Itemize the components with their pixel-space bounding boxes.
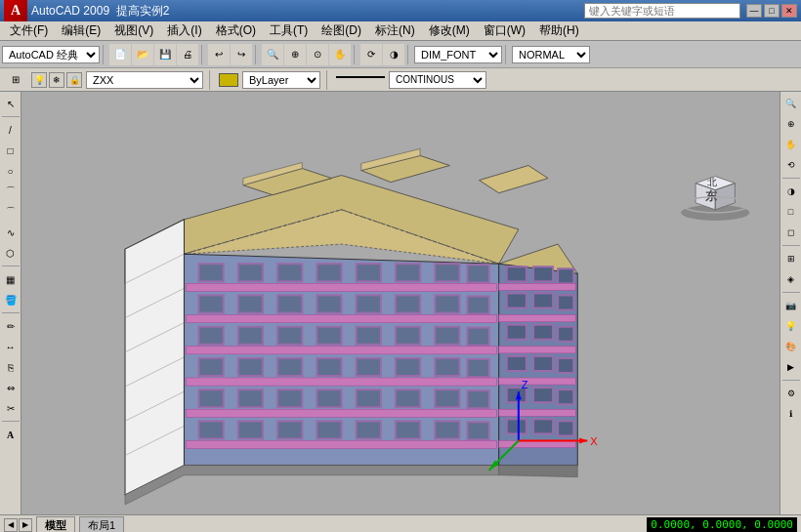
linetype-preview (336, 76, 385, 88)
svg-rect-89 (558, 358, 573, 373)
osnap-rt[interactable]: ◈ (781, 269, 801, 289)
svg-rect-67 (277, 421, 302, 438)
scroll-right-button[interactable]: ▶ (19, 518, 32, 532)
undo-button[interactable]: ↩ (208, 44, 230, 65)
mirror-tool[interactable]: ⇔ (1, 378, 21, 397)
material-rt[interactable]: 🎨 (781, 337, 801, 356)
dim-font-select[interactable]: DIM_FONT (414, 46, 502, 63)
svg-rect-52 (396, 358, 420, 376)
svg-rect-83 (507, 325, 527, 340)
maximize-button[interactable]: □ (764, 4, 780, 18)
svg-rect-40 (277, 327, 302, 345)
menu-file[interactable]: 文件(F) (4, 21, 54, 40)
layer-freeze-icon[interactable]: ❄ (49, 72, 64, 88)
hatch-tool[interactable]: ▦ (1, 269, 21, 289)
workspace-select[interactable]: AutoCAD 经典 (2, 46, 100, 63)
svg-rect-75 (507, 266, 527, 281)
circle-tool[interactable]: ○ (1, 161, 21, 181)
rectangle-tool[interactable]: □ (1, 141, 21, 160)
line-style-select[interactable]: NORMAL (512, 46, 590, 63)
svg-rect-84 (533, 325, 553, 340)
menu-format[interactable]: 格式(O) (210, 21, 262, 40)
toolbar-sep-6 (505, 45, 509, 64)
menu-insert[interactable]: 插入(I) (161, 21, 207, 40)
linetype-sep (326, 70, 330, 90)
menu-help[interactable]: 帮助(H) (533, 21, 585, 40)
layer-lock-icon[interactable]: 🔒 (66, 72, 82, 88)
shade-hidden-rt[interactable]: ◻ (781, 223, 801, 242)
rt-sep-3 (782, 292, 800, 293)
minimize-button[interactable]: — (746, 4, 762, 18)
lt-sep-2 (2, 266, 20, 266)
zoom-window-rt[interactable]: ⊕ (781, 114, 801, 134)
search-input[interactable] (584, 3, 740, 19)
svg-rect-27 (467, 265, 488, 282)
zoom-realtime-button[interactable]: 🔍 (262, 44, 283, 65)
new-button[interactable]: 📄 (109, 44, 131, 65)
svg-rect-42 (357, 327, 381, 345)
layer-select[interactable]: ZXX (86, 71, 203, 89)
color-select[interactable]: ByLayer (242, 71, 320, 89)
fill-tool[interactable]: 🪣 (1, 290, 21, 309)
menu-modify[interactable]: 修改(M) (423, 21, 476, 40)
svg-rect-63 (467, 390, 488, 408)
status-bar: ◀ ▶ 模型 布局1 0.0000, 0.0000, 0.0000 (0, 514, 801, 532)
erase-tool[interactable]: ✏ (1, 316, 21, 336)
menu-view[interactable]: 视图(V) (108, 21, 159, 40)
menu-tools[interactable]: 工具(T) (264, 21, 314, 40)
redo-button[interactable]: ↪ (231, 44, 252, 65)
snap-rt[interactable]: ⊞ (781, 249, 801, 268)
text-tool[interactable]: A (1, 425, 21, 444)
toolbar-row-1: AutoCAD 经典 📄 📂 💾 🖨 ↩ ↪ 🔍 ⊕ ⊙ ✋ ⟳ ◑ DIM_F… (0, 41, 801, 68)
line-tool[interactable]: / (1, 120, 21, 140)
svg-rect-38 (199, 327, 224, 345)
3d-orbit-button[interactable]: ⟳ (360, 44, 382, 65)
shade-wire-rt[interactable]: □ (781, 202, 801, 222)
open-button[interactable]: 📂 (132, 44, 153, 65)
viewport[interactable]: 东 北 (21, 92, 780, 514)
shade-flat-rt[interactable]: ◑ (781, 182, 801, 201)
move-tool[interactable]: ↔ (1, 337, 21, 356)
light-rt[interactable]: 💡 (781, 316, 801, 336)
main-area: ↖ / □ ○ ⌒ ⌒ ∿ ⬡ ▦ 🪣 ✏ ↔ ⎘ ⇔ ✂ A (0, 92, 801, 514)
scroll-left-button[interactable]: ◀ (4, 518, 18, 532)
layer-on-icon[interactable]: 💡 (31, 72, 47, 88)
zoom-all-button[interactable]: ⊙ (307, 44, 328, 65)
menu-dimension[interactable]: 标注(N) (369, 21, 421, 40)
layer-manager-button[interactable]: ⊞ (4, 69, 27, 91)
save-button[interactable]: 💾 (154, 44, 176, 65)
tab-model[interactable]: 模型 (36, 516, 75, 533)
menu-window[interactable]: 窗口(W) (478, 21, 531, 40)
linetype-select[interactable]: CONTINOUS (389, 71, 486, 89)
copy-tool[interactable]: ⎘ (1, 357, 21, 377)
polygon-tool[interactable]: ⬡ (1, 243, 21, 263)
workspace-rt[interactable]: ⚙ (781, 384, 801, 403)
zoom-realtime-rt[interactable]: 🔍 (781, 94, 801, 113)
plot-button[interactable]: 🖨 (177, 44, 198, 65)
svg-rect-45 (467, 328, 488, 346)
svg-rect-72 (467, 422, 488, 439)
shade-button[interactable]: ◑ (383, 44, 404, 65)
pan-rt[interactable]: ✋ (781, 135, 801, 154)
trim-tool[interactable]: ✂ (1, 398, 21, 418)
color-swatch[interactable] (219, 73, 238, 87)
arc-tool[interactable]: ⌒ (1, 182, 21, 201)
svg-rect-50 (316, 358, 341, 376)
render-rt[interactable]: ▶ (781, 357, 801, 377)
window-controls: — □ ✕ (746, 4, 797, 18)
menu-draw[interactable]: 绘图(D) (316, 21, 367, 40)
svg-rect-49 (277, 358, 302, 376)
polyline-tool[interactable]: ⌒ (1, 202, 21, 222)
properties-rt[interactable]: ℹ (781, 404, 801, 424)
zoom-window-button[interactable]: ⊕ (284, 44, 306, 65)
tab-layout1[interactable]: 布局1 (79, 516, 124, 533)
menu-edit[interactable]: 编辑(E) (56, 21, 106, 40)
select-tool[interactable]: ↖ (1, 94, 21, 113)
svg-rect-32 (316, 295, 341, 312)
close-button[interactable]: ✕ (781, 4, 797, 18)
spline-tool[interactable]: ∿ (1, 223, 21, 242)
pan-button[interactable]: ✋ (329, 44, 351, 65)
camera-rt[interactable]: 📷 (781, 296, 801, 315)
3d-orbit-rt[interactable]: ⟲ (781, 155, 801, 175)
svg-rect-60 (357, 389, 381, 407)
